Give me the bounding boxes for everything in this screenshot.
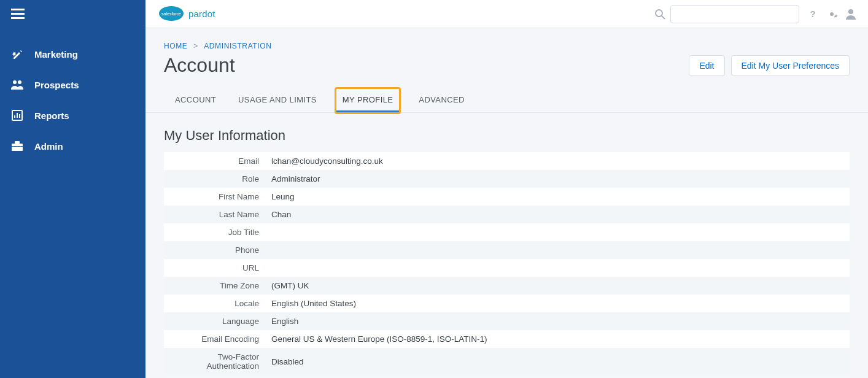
user-info-table: Emaillchan@cloudyconsulting.co.uk RoleAd… <box>164 152 850 375</box>
menu-toggle-icon[interactable] <box>11 9 25 20</box>
breadcrumb-home[interactable]: HOME <box>164 42 187 50</box>
field-label: Locale <box>164 295 265 312</box>
field-label: Email Encoding <box>164 330 265 348</box>
tab-my-profile[interactable]: MY PROFILE <box>336 89 400 112</box>
svg-rect-0 <box>11 9 25 10</box>
sidebar-item-label: Admin <box>34 141 63 152</box>
search-input[interactable] <box>670 5 799 23</box>
salesforce-cloud-icon: salesforce <box>158 4 185 24</box>
svg-rect-10 <box>15 141 20 144</box>
main-area: salesforce pardot ? HOME > ADMINISTRATIO… <box>145 0 868 378</box>
field-value: Disabled <box>265 348 850 375</box>
tabs: ACCOUNT USAGE AND LIMITS MY PROFILE ADVA… <box>164 89 850 112</box>
svg-rect-1 <box>11 13 25 15</box>
field-value: English (United States) <box>265 295 850 312</box>
cloud-label: salesforce <box>161 12 181 16</box>
sidebar: Marketing Prospects Reports Admin <box>0 0 145 378</box>
edit-user-preferences-button[interactable]: Edit My User Preferences <box>731 55 850 76</box>
field-label: Two-Factor Authentication <box>164 348 265 375</box>
field-row-time-zone: Time Zone(GMT) UK <box>164 277 850 295</box>
action-buttons: Edit Edit My User Preferences <box>689 55 850 76</box>
tab-advanced[interactable]: ADVANCED <box>416 89 467 112</box>
sidebar-item-label: Marketing <box>34 49 78 60</box>
svg-rect-9 <box>12 144 23 151</box>
field-row-two-factor: Two-Factor AuthenticationDisabled <box>164 348 850 375</box>
field-row-email-encoding: Email EncodingGeneral US & Western Europ… <box>164 330 850 348</box>
content: My User Information Emaillchan@cloudycon… <box>145 113 868 375</box>
bar-chart-icon <box>11 109 23 122</box>
user-icon[interactable] <box>846 9 856 20</box>
svg-point-13 <box>656 10 662 17</box>
field-row-phone: Phone <box>164 241 850 259</box>
field-label: URL <box>164 259 265 277</box>
field-label: First Name <box>164 188 265 206</box>
field-row-email: Emaillchan@cloudyconsulting.co.uk <box>164 152 850 170</box>
svg-text:?: ? <box>810 9 815 19</box>
field-row-language: LanguageEnglish <box>164 312 850 330</box>
field-value: Chan <box>265 206 850 223</box>
field-label: Job Title <box>164 223 265 241</box>
svg-line-14 <box>662 16 665 19</box>
page-head: HOME > ADMINISTRATION Account Edit Edit … <box>145 28 868 113</box>
breadcrumb-separator: > <box>193 42 198 50</box>
field-value: Leung <box>265 188 850 206</box>
sidebar-item-prospects[interactable]: Prospects <box>0 69 145 100</box>
field-value <box>265 259 850 277</box>
field-value: lchan@cloudyconsulting.co.uk <box>265 152 850 170</box>
svg-point-3 <box>13 80 17 84</box>
tab-usage-and-limits[interactable]: USAGE AND LIMITS <box>236 89 319 112</box>
nav-list: Marketing Prospects Reports Admin <box>0 39 145 161</box>
field-value: General US & Western Europe (ISO-8859-1,… <box>265 330 850 348</box>
field-label: Role <box>164 170 265 188</box>
help-icon[interactable]: ? <box>808 9 818 19</box>
field-label: Time Zone <box>164 277 265 295</box>
brand-text: pardot <box>188 9 215 19</box>
svg-point-16 <box>848 9 853 14</box>
svg-point-4 <box>18 80 21 84</box>
edit-button[interactable]: Edit <box>689 55 724 76</box>
field-row-role: RoleAdministrator <box>164 170 850 188</box>
search-icon[interactable] <box>654 9 665 20</box>
field-value: English <box>265 312 850 330</box>
briefcase-icon <box>11 140 23 152</box>
sidebar-item-marketing[interactable]: Marketing <box>0 39 145 69</box>
field-label: Email <box>164 152 265 170</box>
breadcrumb-section[interactable]: ADMINISTRATION <box>204 42 271 50</box>
page-title: Account <box>164 54 235 77</box>
brand-logo[interactable]: salesforce pardot <box>158 4 215 24</box>
tab-account[interactable]: ACCOUNT <box>172 89 219 112</box>
svg-rect-11 <box>12 146 23 147</box>
sidebar-item-label: Reports <box>34 110 69 121</box>
field-value <box>265 241 850 259</box>
sidebar-item-admin[interactable]: Admin <box>0 131 145 161</box>
field-value <box>265 223 850 241</box>
field-label: Phone <box>164 241 265 259</box>
users-icon <box>11 79 23 91</box>
gear-icon[interactable] <box>826 9 837 20</box>
field-row-locale: LocaleEnglish (United States) <box>164 295 850 312</box>
topbar: salesforce pardot ? <box>145 0 868 28</box>
sidebar-item-reports[interactable]: Reports <box>0 100 145 131</box>
field-row-url: URL <box>164 259 850 277</box>
field-value: Administrator <box>265 170 850 188</box>
sidebar-item-label: Prospects <box>34 80 79 90</box>
section-title: My User Information <box>164 128 850 144</box>
field-value: (GMT) UK <box>265 277 850 295</box>
wand-icon <box>11 48 23 60</box>
breadcrumb: HOME > ADMINISTRATION <box>164 42 850 50</box>
svg-rect-2 <box>11 17 25 19</box>
field-row-first-name: First NameLeung <box>164 188 850 206</box>
field-row-job-title: Job Title <box>164 223 850 241</box>
field-row-last-name: Last NameChan <box>164 206 850 223</box>
field-label: Language <box>164 312 265 330</box>
field-label: Last Name <box>164 206 265 223</box>
